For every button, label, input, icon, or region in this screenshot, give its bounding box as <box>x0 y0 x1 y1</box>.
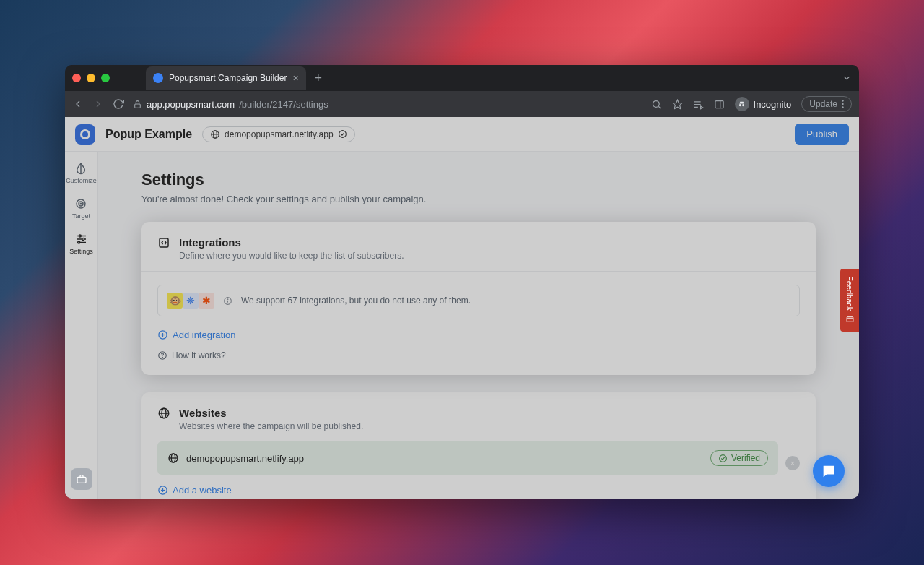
svg-point-14 <box>842 106 843 108</box>
window-controls <box>72 74 110 82</box>
svg-point-43 <box>720 454 727 462</box>
verified-badge: Verified <box>710 450 768 466</box>
sendinblue-icon: ❋ <box>183 293 199 309</box>
domain-text: demopopupsmart.netlify.app <box>225 129 334 139</box>
add-website-link[interactable]: Add a website <box>157 485 800 496</box>
domain-pill[interactable]: demopopupsmart.netlify.app <box>202 126 355 142</box>
content-area[interactable]: Settings You're almost done! Check your … <box>98 152 859 499</box>
address-bar: app.popupsmart.com/builder/2147/settings… <box>65 91 859 117</box>
sidebar-item-target[interactable]: Target <box>72 197 90 220</box>
svg-point-26 <box>82 238 84 241</box>
info-icon <box>223 296 232 306</box>
svg-point-1 <box>653 100 659 107</box>
svg-point-36 <box>162 357 163 358</box>
sliders-icon <box>75 233 88 246</box>
svg-rect-28 <box>160 238 168 247</box>
sidebar-item-customize[interactable]: Customize <box>66 162 97 184</box>
url-path: /builder/2147/settings <box>239 99 328 110</box>
tab-title: Popupsmart Campaign Builder <box>169 73 287 83</box>
svg-point-25 <box>79 235 81 237</box>
integrations-notice-text: We support 67 integrations, but you do n… <box>241 296 471 306</box>
svg-marker-7 <box>700 106 702 109</box>
svg-rect-0 <box>135 103 141 107</box>
svg-point-31 <box>227 298 228 299</box>
websites-icon <box>157 407 170 420</box>
target-icon <box>74 197 87 210</box>
help-icon <box>157 350 167 361</box>
mailchimp-icon: 🐵 <box>167 293 183 309</box>
panel-icon[interactable] <box>714 99 725 110</box>
website-row: demopopupsmart.netlify.app Verified <box>157 441 778 475</box>
browser-tab[interactable]: Popupsmart Campaign Builder × <box>146 66 306 90</box>
minimize-window-button[interactable] <box>87 74 95 82</box>
svg-point-13 <box>842 103 843 105</box>
sidebar-item-settings[interactable]: Settings <box>69 233 93 255</box>
lock-icon <box>133 100 142 109</box>
check-circle-icon <box>338 129 347 139</box>
plus-circle-icon <box>157 329 168 340</box>
incognito-icon <box>735 97 749 111</box>
websites-title: Websites <box>179 407 363 419</box>
playlist-icon[interactable] <box>693 99 704 110</box>
integrations-subtitle: Define where you would like to keep the … <box>179 251 404 261</box>
reload-button[interactable] <box>113 98 124 110</box>
app-viewport: Popup Example demopopupsmart.netlify.app… <box>65 117 859 499</box>
feedback-icon <box>845 315 855 324</box>
svg-point-21 <box>81 203 82 204</box>
integration-sample-icons: 🐵 ❋ ✱ <box>167 293 214 309</box>
svg-point-27 <box>77 241 79 243</box>
svg-point-18 <box>339 131 346 138</box>
plus-circle-icon <box>157 485 168 496</box>
back-button[interactable] <box>72 98 84 110</box>
tab-favicon <box>153 73 163 83</box>
chat-button[interactable] <box>813 455 845 487</box>
page-subtitle: You're almost done! Check your settings … <box>141 194 816 204</box>
incognito-label: Incognito <box>754 99 792 110</box>
svg-rect-8 <box>715 100 723 108</box>
remove-website-button[interactable]: × <box>785 456 800 470</box>
zapier-icon: ✱ <box>199 293 214 309</box>
integrations-icon <box>157 236 170 249</box>
websites-card: Websites Websites where the campaign wil… <box>141 392 816 499</box>
browser-window: Popupsmart Campaign Builder × + app.popu… <box>65 65 859 499</box>
profile-indicator[interactable]: Incognito <box>735 97 792 111</box>
website-domain: demopopupsmart.netlify.app <box>186 453 703 464</box>
droplet-icon <box>74 162 87 175</box>
forward-button[interactable] <box>92 98 104 110</box>
app-body: Customize Target Settings Settings You'r… <box>65 152 859 499</box>
svg-rect-47 <box>77 477 86 483</box>
add-integration-link[interactable]: Add integration <box>157 329 800 340</box>
integrations-notice: 🐵 ❋ ✱ We support 67 integrations, but yo… <box>157 285 800 316</box>
divider <box>141 271 816 272</box>
globe-icon <box>167 452 179 464</box>
bookmark-icon[interactable] <box>672 99 683 110</box>
new-tab-button[interactable]: + <box>315 71 323 86</box>
tab-bar: Popupsmart Campaign Builder × + <box>65 65 859 91</box>
svg-marker-3 <box>673 100 682 109</box>
globe-icon <box>210 129 220 139</box>
tabs-dropdown-button[interactable] <box>842 73 852 83</box>
maximize-window-button[interactable] <box>101 74 110 82</box>
close-tab-button[interactable]: × <box>292 72 298 84</box>
close-window-button[interactable] <box>72 74 81 82</box>
url-host: app.popupsmart.com <box>147 99 235 110</box>
feedback-tab[interactable]: Feedback <box>840 269 859 332</box>
page-title: Settings <box>141 171 816 189</box>
campaign-title: Popup Example <box>105 128 192 141</box>
svg-line-2 <box>658 106 661 108</box>
integrations-title: Integrations <box>179 236 404 249</box>
svg-point-11 <box>742 103 744 105</box>
url-input[interactable]: app.popupsmart.com/builder/2147/settings <box>133 99 642 110</box>
svg-point-12 <box>842 100 843 101</box>
svg-rect-48 <box>847 317 853 322</box>
svg-point-10 <box>739 103 741 105</box>
publish-button[interactable]: Publish <box>795 124 849 145</box>
left-nav: Customize Target Settings <box>65 152 98 499</box>
check-circle-icon <box>718 454 728 463</box>
how-it-works-link[interactable]: How it works? <box>157 350 800 361</box>
search-icon[interactable] <box>651 99 662 110</box>
update-button[interactable]: Update <box>801 96 852 112</box>
websites-subtitle: Websites where the campaign will be publ… <box>179 421 363 431</box>
briefcase-button[interactable] <box>71 468 92 490</box>
app-logo[interactable] <box>75 124 95 145</box>
